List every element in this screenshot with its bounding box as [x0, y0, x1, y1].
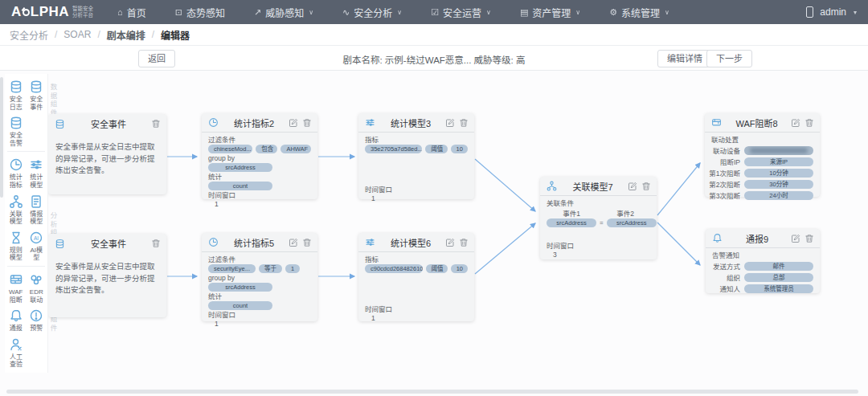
horizontal-scrollbar-thumb[interactable]	[6, 390, 858, 394]
node-title: 统计指标5	[223, 236, 285, 249]
monitor-icon: ⊡	[175, 7, 182, 18]
node-security-event-1[interactable]: 安全事件 安全事件是从安全日志中提取的异常记录，可进一步分析提炼出安全告警。	[48, 114, 166, 194]
back-button[interactable]: 返回	[138, 50, 175, 67]
trash-icon[interactable]	[459, 118, 469, 128]
firewall-icon	[710, 116, 723, 129]
node-stat-indicator-2[interactable]: 统计指标2 过滤条件 chineseMod... 包含 AHWAF group …	[202, 113, 317, 199]
edit-icon[interactable]	[791, 118, 800, 128]
cluster-icon	[28, 271, 44, 288]
edit-icon[interactable]	[289, 118, 298, 128]
sliders-icon	[364, 116, 376, 129]
palette-item-security-alert[interactable]: 安全 告警	[6, 112, 27, 149]
palette-item-waf-block[interactable]: WAF 阻断	[6, 269, 27, 305]
breadcrumb-security-analysis[interactable]: 安全分析	[10, 28, 48, 42]
edge	[657, 222, 700, 265]
username: admin	[820, 6, 846, 18]
ai-icon: AI	[28, 230, 44, 246]
window-value: 1	[208, 199, 311, 208]
edit-icon[interactable]	[628, 182, 637, 191]
nav-item-threat[interactable]: ↗威胁感知∨	[254, 6, 313, 19]
alert-icon	[28, 308, 44, 324]
edit-icon[interactable]	[445, 118, 455, 128]
vertical-scrollbar-thumb[interactable]	[0, 77, 3, 198]
node-title: WAF阻断8	[727, 116, 787, 129]
database-icon	[8, 115, 24, 131]
tag: 来源IP	[744, 157, 813, 166]
edit-icon[interactable]	[791, 234, 800, 243]
trash-icon[interactable]	[805, 234, 814, 243]
node-stat-model-6[interactable]: 统计模型6 指标 c90cdcd268482610 阈值 10 时间窗口 1	[358, 233, 474, 321]
edit-icon[interactable]	[445, 238, 455, 247]
chevron-down-icon: ∨	[665, 9, 669, 16]
tag: AHWAF	[280, 145, 311, 153]
trash-icon[interactable]	[805, 118, 814, 128]
checkbox-icon: ☑	[431, 7, 439, 18]
palette-item-ai-model[interactable]: AI AI模 型	[27, 227, 47, 263]
nav-item-operation[interactable]: ☑安全运营∨	[431, 6, 491, 19]
node-waf-block-8[interactable]: WAF阻断8 联动处置 联动设备 阻断IP来源IP 第1次阻断10分钟 第2次阻…	[705, 113, 820, 197]
palette-item-security-log[interactable]: 安全 日志	[6, 76, 27, 112]
sliders-icon	[28, 157, 44, 173]
node-title: 统计模型6	[380, 236, 441, 249]
trash-icon[interactable]	[302, 118, 312, 128]
bell-icon	[8, 308, 24, 324]
palette-item-correlation-model[interactable]: 关联 模型	[6, 191, 27, 227]
palette-item-intel-model[interactable]: 情报 模型	[27, 191, 47, 227]
soar-playbook-editor: ALPHA 智能安全 分析平台 ⌂首页 ⊡态势感知 ↗威胁感知∨ ∿安全分析∨ …	[0, 0, 868, 396]
palette-item-notification[interactable]: 通报	[6, 305, 27, 334]
next-step-button[interactable]: 下一步	[706, 50, 752, 67]
tag: securityEye...	[208, 264, 256, 273]
trash-icon[interactable]	[151, 119, 161, 129]
trend-icon: ↗	[254, 7, 261, 18]
node-title: 关联模型7	[562, 180, 624, 193]
node-security-event-2[interactable]: 安全事件 安全事件是从安全日志中提取的异常记录，可进一步分析提炼出安全告警。	[48, 234, 166, 317]
palette-item-early-warning[interactable]: 预警	[27, 305, 47, 334]
node-title: 通报9	[727, 232, 787, 245]
palette-item-manual-check[interactable]: 人工 查验	[6, 334, 27, 370]
tag: c90cdcd268482610	[365, 264, 423, 273]
tag: 等于	[259, 264, 282, 273]
node-correlation-model-7[interactable]: 关联模型7 关联条件 事件1 事件2 srcAddress = srcAddre…	[540, 177, 657, 259]
nav-item-asset[interactable]: ▤资产管理∨	[520, 6, 580, 19]
asset-icon: ▤	[520, 7, 528, 18]
palette-item-stat-model[interactable]: 统计 模型	[27, 154, 47, 190]
tag: 30分钟	[744, 180, 813, 189]
firewall-icon	[8, 271, 24, 288]
trash-icon[interactable]	[641, 182, 651, 191]
palette-item-security-event[interactable]: 安全 事件	[27, 76, 47, 112]
chevron-down-icon: ∨	[397, 9, 402, 16]
logo-text: A	[11, 4, 22, 20]
hierarchy-icon	[546, 180, 558, 192]
nav-item-analysis[interactable]: ∿安全分析∨	[342, 6, 402, 19]
main-nav: ⌂首页 ⊡态势感知 ↗威胁感知∨ ∿安全分析∨ ☑安全运营∨ ▤资产管理∨ ⚙系…	[117, 6, 669, 19]
editor-toolbar: 剧本名称: 示例-绕过WAF恶意... 威胁等级: 高 返回 编辑详情 下一步	[0, 45, 868, 71]
tag: srcAddress	[208, 283, 272, 292]
node-notification-9[interactable]: 通报9 告警通知 发送方式邮件 组织总部 通知人系统管理员	[706, 229, 820, 293]
breadcrumb-playbook[interactable]: 剧本编排	[107, 28, 145, 42]
palette-item-stat-indicator[interactable]: 统计 指标	[6, 154, 27, 190]
tag: 1	[285, 264, 300, 273]
event1-label: 事件1	[547, 208, 596, 218]
logo-subtitle: 智能安全 分析平台	[72, 6, 93, 18]
edit-icon[interactable]	[289, 238, 298, 247]
tag: 系统管理员	[744, 284, 813, 293]
palette-item-rule-model[interactable]: 规则 模型	[6, 227, 27, 263]
trash-icon[interactable]	[459, 238, 469, 247]
chevron-down-icon: ▾	[854, 9, 857, 16]
trash-icon[interactable]	[151, 239, 161, 248]
nav-item-situation[interactable]: ⊡态势感知	[175, 6, 225, 19]
node-stat-model-3[interactable]: 统计模型3 指标 35e2705a7d58ed... 阈值 10 时间窗口 1	[358, 113, 474, 199]
breadcrumb-soar[interactable]: SOAR	[63, 29, 91, 40]
node-stat-indicator-5[interactable]: 统计指标5 过滤条件 securityEye... 等于 1 group by …	[202, 233, 317, 321]
user-menu[interactable]: admin ▾	[806, 6, 857, 18]
nav-item-home[interactable]: ⌂首页	[117, 6, 146, 19]
tag: count	[208, 182, 272, 190]
nav-item-system[interactable]: ⚙系统管理∨	[609, 6, 669, 19]
edit-detail-button[interactable]: 编辑详情	[657, 50, 712, 67]
trash-icon[interactable]	[302, 238, 312, 247]
palette-item-edr-linkage[interactable]: EDR 联动	[27, 269, 47, 305]
edge	[657, 163, 700, 215]
node-description: 安全事件是从安全日志中提取的异常记录，可进一步分析提炼出安全告警。	[48, 133, 166, 177]
window-value: 1	[365, 194, 468, 202]
window-value: 3	[547, 250, 650, 259]
